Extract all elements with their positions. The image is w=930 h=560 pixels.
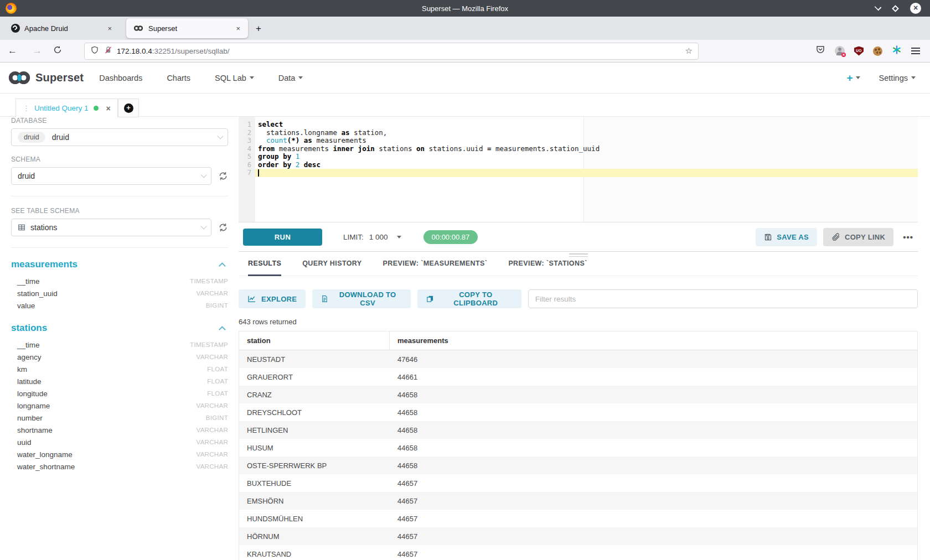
table-cell: 44657: [390, 545, 417, 560]
settings-menu[interactable]: Settings: [879, 74, 916, 82]
new-item-button[interactable]: +: [846, 72, 860, 84]
reload-icon[interactable]: [53, 45, 62, 56]
sql-code-area[interactable]: select stations.longname as station, cou…: [255, 117, 918, 222]
results-tab-preview-3[interactable]: PREVIEW: `STATIONS`: [508, 260, 587, 276]
column-name: km: [17, 365, 27, 374]
bookmark-star-icon[interactable]: ☆: [685, 46, 693, 56]
more-actions-button[interactable]: •••: [900, 232, 917, 242]
query-status-dot: [94, 106, 99, 111]
drag-handle-icon[interactable]: ⋮: [23, 104, 30, 112]
tab-close-icon[interactable]: ×: [234, 24, 242, 33]
results-tab-preview-2[interactable]: PREVIEW: `MEASUREMENTS`: [383, 260, 488, 276]
save-as-button[interactable]: SAVE AS: [756, 228, 817, 246]
query-tab-close-icon[interactable]: ×: [106, 104, 111, 113]
table-row[interactable]: GRAUERORT44661: [239, 368, 917, 386]
table-row[interactable]: BUXTEHUDE44657: [239, 474, 917, 492]
code-line: [255, 169, 918, 177]
code-line: stations.longname as station,: [255, 129, 918, 137]
table-row[interactable]: HUNDSMÜHLEN44657: [239, 510, 917, 527]
column-header-measurements[interactable]: measurements: [390, 331, 448, 350]
schema-table-stations[interactable]: stations: [11, 323, 228, 334]
table-row[interactable]: CRANZ44658: [239, 386, 917, 403]
column-header-station[interactable]: station: [239, 331, 390, 350]
table-row[interactable]: HUSUM44658: [239, 439, 917, 457]
table-row[interactable]: EMSHÖRN44657: [239, 492, 917, 510]
pocket-icon[interactable]: [815, 45, 825, 57]
results-tab-results[interactable]: RESULTS: [248, 260, 281, 276]
refresh-tables-icon[interactable]: [218, 222, 228, 232]
column-type: VARCHAR: [197, 463, 228, 470]
copy-link-button[interactable]: COPY LINK: [823, 228, 893, 246]
hamburger-menu-icon[interactable]: [911, 48, 920, 54]
filter-results-input[interactable]: [528, 289, 918, 308]
table-row[interactable]: HÖRNUM44657: [239, 527, 917, 545]
table-row[interactable]: KRAUTSAND44657: [239, 545, 917, 560]
table-row[interactable]: NEUSTADT47646: [239, 350, 917, 368]
tab-close-icon[interactable]: ×: [105, 24, 114, 33]
extension-asterisk-icon[interactable]: [892, 45, 902, 57]
url-path: :32251/superset/sqllab/: [152, 47, 230, 55]
nav-item-charts[interactable]: Charts: [167, 74, 190, 82]
url-bar[interactable]: 172.18.0.4:32251/superset/sqllab/ ☆: [84, 43, 699, 60]
add-query-icon: +: [124, 103, 133, 113]
url-host: 172.18.0.4: [117, 47, 152, 55]
run-button[interactable]: RUN: [243, 229, 322, 246]
sql-editor[interactable]: 1234567 select stations.longname as stat…: [239, 117, 918, 222]
collapse-chevron-icon[interactable]: [219, 326, 226, 333]
divider: [11, 196, 228, 196]
save-icon: [764, 233, 772, 241]
column-type: BIGINT: [206, 414, 228, 421]
schema-select[interactable]: druid: [11, 167, 211, 185]
column-name: agency: [17, 353, 42, 361]
column-name: uuid: [17, 438, 32, 447]
divider: [11, 247, 228, 248]
table-row[interactable]: OSTE-SPERRWERK BP44658: [239, 457, 917, 474]
explore-button[interactable]: EXPLORE: [239, 289, 306, 308]
schema-table-measurements[interactable]: measurements: [11, 259, 228, 270]
browser-tab-title: Apache Druid: [24, 24, 105, 33]
insecure-lock-icon[interactable]: [104, 45, 112, 57]
results-tab-query-history[interactable]: QUERY HISTORY: [302, 260, 361, 276]
database-select[interactable]: druid druid: [11, 128, 228, 146]
column-row: agencyVARCHAR: [11, 351, 228, 363]
nav-item-label: Data: [278, 74, 296, 82]
download-csv-button[interactable]: DOWNLOAD TO CSV: [312, 289, 411, 308]
table-select[interactable]: stations: [11, 219, 211, 236]
splitter-grip-icon[interactable]: [569, 253, 588, 258]
table-cell: BUXTEHUDE: [239, 474, 390, 492]
collapse-chevron-icon[interactable]: [219, 262, 226, 269]
refresh-schemas-icon[interactable]: [218, 171, 228, 181]
window-close-icon[interactable]: ×: [910, 3, 921, 14]
nav-item-sql-lab[interactable]: SQL Lab: [215, 74, 254, 82]
tracking-shield-icon[interactable]: [90, 45, 99, 57]
window-minimize-icon[interactable]: [875, 4, 882, 11]
database-value: druid: [52, 133, 69, 142]
window-maximize-icon[interactable]: [892, 5, 899, 12]
column-row: latitudeFLOAT: [11, 375, 228, 387]
query-tab-untitled-1[interactable]: ⋮ Untitled Query 1 ×: [16, 98, 118, 117]
cookie-extension-icon[interactable]: [873, 46, 882, 56]
copy-clipboard-button[interactable]: COPY TO CLIPBOARD: [417, 289, 521, 308]
database-label: DATABASE: [11, 117, 228, 125]
caret-down-icon: [911, 76, 916, 79]
back-icon[interactable]: ←: [0, 45, 25, 56]
table-row[interactable]: HETLINGEN44658: [239, 421, 917, 439]
nav-item-data[interactable]: Data: [278, 74, 303, 82]
add-query-tab[interactable]: +: [118, 98, 139, 117]
ublock-origin-icon[interactable]: UO: [854, 46, 864, 56]
superset-brand[interactable]: Superset: [7, 70, 84, 85]
pane-splitter[interactable]: [239, 251, 918, 258]
limit-dropdown[interactable]: LIMIT: 1 000: [343, 233, 401, 241]
editor-toolbar: RUN LIMIT: 1 000 00:00:00.87 SAVE AS COP…: [239, 222, 918, 251]
column-row: __timeTIMESTAMP: [11, 339, 228, 351]
table-row[interactable]: DREYSCHLOOT44658: [239, 403, 917, 421]
account-error-icon[interactable]: ✕: [835, 46, 845, 56]
new-tab-button[interactable]: +: [256, 23, 261, 34]
browser-tab-superset[interactable]: Superset ×: [126, 18, 248, 38]
column-type: VARCHAR: [197, 427, 228, 433]
schema-table-name: measurements: [11, 259, 78, 270]
nav-item-dashboards[interactable]: Dashboards: [99, 74, 142, 82]
sqllab-sidebar: DATABASE druid druid SCHEMA druid SEE TA…: [11, 117, 228, 475]
column-type: TIMESTAMP: [190, 341, 228, 348]
browser-tab-apache-druid[interactable]: Apache Druid ×: [4, 18, 120, 38]
